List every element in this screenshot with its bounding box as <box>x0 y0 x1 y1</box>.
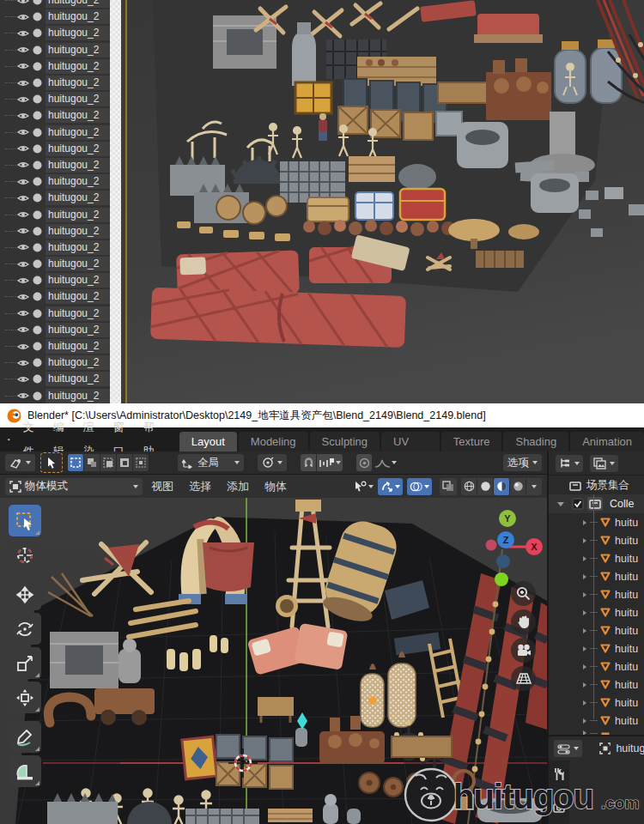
tab-shading[interactable]: Shading <box>503 432 568 451</box>
outliner-object-row[interactable]: huitugou_2 <box>0 75 110 91</box>
shading-wireframe[interactable] <box>461 478 477 495</box>
scene-collection-row[interactable]: 场景集合 <box>549 476 644 494</box>
perspective-toggle-button[interactable] <box>511 666 536 691</box>
expand-arrow-icon[interactable] <box>583 628 586 633</box>
expand-arrow-icon[interactable] <box>583 556 586 561</box>
snap-target-dropdown[interactable] <box>317 454 343 471</box>
menu-select[interactable]: 选择 <box>182 479 218 494</box>
outliner-mesh-row[interactable]: huitu <box>549 585 644 603</box>
visibility-dropdown[interactable] <box>354 481 374 493</box>
outliner-scrollbar[interactable] <box>110 0 121 403</box>
outliner-object-row[interactable]: huitugou_2 <box>0 157 110 173</box>
select-mode-intersect[interactable] <box>133 454 149 471</box>
dot-icon[interactable] <box>33 227 42 236</box>
tool-move[interactable] <box>9 579 41 610</box>
pan-button[interactable] <box>511 609 536 634</box>
tool-tab-wrench-icon[interactable] <box>552 767 566 782</box>
outliner-mesh-row[interactable]: huitu <box>549 712 644 730</box>
outliner-mesh-row[interactable]: huitu <box>549 676 644 694</box>
checkbox-checked-icon[interactable] <box>572 498 584 510</box>
expand-arrow-icon[interactable] <box>583 718 586 724</box>
eye-icon[interactable] <box>17 210 29 219</box>
tool-annotate[interactable] <box>9 721 41 753</box>
object-name[interactable]: huitugou_2 <box>46 355 110 370</box>
eye-icon[interactable] <box>17 325 29 334</box>
object-name[interactable]: huitugou_2 <box>46 174 110 189</box>
menu-object[interactable]: 物体 <box>258 479 294 494</box>
expand-triangle-icon[interactable] <box>557 502 564 506</box>
snap-toggle-magnet-icon[interactable] <box>301 454 317 471</box>
object-name[interactable]: huitugou_2 <box>46 208 110 222</box>
menu-view[interactable]: 视图 <box>144 479 180 494</box>
view-axis-gizmo[interactable]: Y Z X <box>481 503 545 589</box>
outliner-object-row[interactable]: huitugou_2 <box>0 124 110 141</box>
outliner-object-row[interactable]: huitugou_2 <box>0 107 110 124</box>
xray-toggle[interactable] <box>440 478 457 495</box>
show-overlays-toggle[interactable] <box>407 478 432 495</box>
outliner-mesh-row[interactable]: huitu <box>549 513 644 531</box>
eye-icon[interactable] <box>17 342 29 351</box>
eye-icon[interactable] <box>17 260 29 269</box>
eye-icon[interactable] <box>17 128 29 136</box>
select-mode-subtract[interactable] <box>100 454 117 471</box>
eye-icon[interactable] <box>17 194 29 203</box>
eye-icon[interactable] <box>17 359 29 367</box>
orientation-dropdown[interactable]: 全局 <box>178 454 244 471</box>
shading-material[interactable] <box>494 478 510 495</box>
tab-uv-editing[interactable]: UV Editing <box>381 432 440 451</box>
mode-dropdown[interactable]: 物体模式 <box>5 478 143 495</box>
outliner-object-row[interactable]: huitugou_2 <box>0 338 110 354</box>
eye-icon[interactable] <box>17 45 29 54</box>
eye-icon[interactable] <box>17 95 29 104</box>
options-dropdown[interactable]: 选项 <box>503 454 542 471</box>
select-mode-extend[interactable] <box>84 454 100 471</box>
outliner-object-row[interactable]: huitugou_2 <box>0 272 110 288</box>
dot-icon[interactable] <box>33 128 42 137</box>
dot-icon[interactable] <box>33 161 42 170</box>
select-mode-set[interactable] <box>68 454 84 471</box>
expand-arrow-icon[interactable] <box>583 682 586 688</box>
editor-type-selector[interactable] <box>5 454 35 471</box>
tool-cursor[interactable] <box>9 539 41 571</box>
proportional-edit-toggle[interactable] <box>356 454 373 471</box>
outliner-object-row[interactable]: huitugou_2 <box>0 141 110 157</box>
dot-icon[interactable] <box>33 94 42 104</box>
object-name[interactable]: huitugou_2 <box>46 257 110 271</box>
outliner-object-row[interactable]: huitugou_2 <box>0 91 110 107</box>
object-name[interactable]: huitugou_2 <box>46 0 110 8</box>
expand-arrow-icon[interactable] <box>583 610 586 615</box>
outliner-object-row[interactable]: huitugou_2 <box>0 58 110 75</box>
dot-icon[interactable] <box>33 210 42 220</box>
eye-icon[interactable] <box>17 62 29 70</box>
object-name[interactable]: huitugou_2 <box>46 125 110 140</box>
outliner-object-row[interactable]: huitugou_2 <box>0 25 110 41</box>
tab-layout[interactable]: Layout <box>179 432 237 451</box>
object-name[interactable]: huitugou_2 <box>46 142 110 156</box>
outliner-object-row[interactable]: huitugou_2 <box>0 288 110 305</box>
outliner-mesh-row[interactable]: huitu <box>549 621 644 639</box>
outliner-mesh-row[interactable]: huitu <box>549 694 644 712</box>
eye-icon[interactable] <box>17 375 29 384</box>
dot-icon[interactable] <box>33 358 42 367</box>
dot-icon[interactable] <box>33 193 42 203</box>
eye-icon[interactable] <box>17 309 29 318</box>
pivot-point-dropdown[interactable] <box>258 454 287 471</box>
object-name[interactable]: huitugou_2 <box>46 224 110 239</box>
outliner-object-row[interactable]: huitugou_2 <box>0 206 110 222</box>
collection-row[interactable]: Colle <box>549 494 644 513</box>
eye-icon[interactable] <box>17 144 29 153</box>
object-name[interactable]: huitugou_2 <box>46 26 110 40</box>
outliner-object-row[interactable]: huitugou_2 <box>0 306 110 322</box>
eye-icon[interactable] <box>17 293 29 301</box>
outliner-object-row[interactable]: huitugou_2 <box>0 322 110 338</box>
dot-icon[interactable] <box>33 292 42 301</box>
object-name[interactable]: huitugou_2 <box>46 289 110 304</box>
object-name[interactable]: huitugou_2 <box>46 92 110 106</box>
tool-rotate[interactable] <box>9 613 41 645</box>
eye-icon[interactable] <box>17 243 29 251</box>
object-name[interactable]: huitugou_2 <box>46 240 110 255</box>
dot-icon[interactable] <box>33 259 42 269</box>
blender-logo-icon[interactable] <box>7 433 10 445</box>
eye-icon[interactable] <box>17 29 29 38</box>
select-mode-invert[interactable] <box>117 454 133 471</box>
